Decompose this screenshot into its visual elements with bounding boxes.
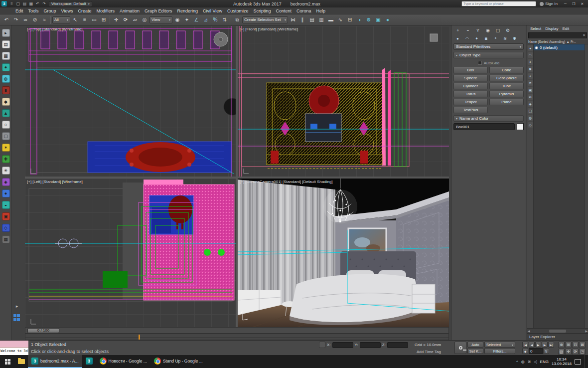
layout-tab-grid-icon[interactable] bbox=[13, 314, 20, 321]
save-file-icon[interactable]: ▦ bbox=[28, 1, 34, 7]
select-and-manipulate-icon[interactable]: ✦ bbox=[182, 15, 191, 24]
material-editor-icon[interactable]: ◑ bbox=[355, 15, 364, 24]
mirror-icon[interactable]: ⋈ bbox=[289, 15, 297, 24]
menu-item[interactable]: Help bbox=[313, 7, 328, 14]
moon-icon[interactable]: ◒ bbox=[2, 201, 10, 209]
crystal-icon[interactable]: ◇ bbox=[2, 224, 10, 232]
viewport-top[interactable]: [+] [Top] [Standard] [Wireframe] bbox=[25, 26, 236, 177]
autogrid-checkbox[interactable] bbox=[478, 61, 482, 65]
zoom-all-icon[interactable]: ⊞ bbox=[565, 342, 572, 348]
menu-item[interactable]: Rendering bbox=[175, 7, 201, 14]
shapes-icon[interactable]: ◠ bbox=[463, 35, 471, 42]
star-icon[interactable]: ✶ bbox=[2, 144, 10, 152]
language-indicator[interactable]: ENG bbox=[540, 360, 549, 364]
restore-button[interactable]: ❐ bbox=[570, 0, 578, 7]
menu-item[interactable]: Civil View bbox=[200, 7, 225, 14]
orbit-icon[interactable]: ⟳ bbox=[572, 349, 579, 355]
select-and-scale-icon[interactable]: ▱ bbox=[131, 15, 140, 24]
select-and-move-icon[interactable]: ✛ bbox=[112, 15, 121, 24]
listener-script-row[interactable]: Welcome to 3d bbox=[0, 348, 28, 356]
menu-item[interactable]: Modifiers bbox=[94, 7, 117, 14]
redo-icon[interactable]: ↷ bbox=[11, 15, 20, 24]
hierarchy-tab-icon[interactable]: Y bbox=[473, 26, 482, 34]
action-center-icon[interactable] bbox=[575, 359, 581, 365]
current-frame-field[interactable]: 0 bbox=[529, 348, 543, 354]
y-coordinate-field[interactable] bbox=[360, 342, 381, 348]
select-and-rotate-icon[interactable]: ⟳ bbox=[121, 15, 130, 24]
frozen-column-header[interactable]: Fr... bbox=[571, 40, 576, 43]
primitive-button[interactable]: Tube bbox=[489, 83, 524, 89]
menu-item[interactable]: Animation bbox=[117, 7, 142, 14]
menu-item[interactable]: Edit bbox=[13, 7, 26, 14]
open-file-icon[interactable]: ▤ bbox=[21, 1, 28, 7]
select-by-name-icon[interactable]: ≡ bbox=[80, 15, 89, 24]
window-crossing-icon[interactable]: ⊞ bbox=[99, 15, 108, 24]
display-objects-icon[interactable]: ◇ bbox=[528, 122, 533, 128]
transform-lock-icon[interactable] bbox=[319, 342, 325, 348]
viewport-perspective-label[interactable]: [+] [CoronaCamera001] [Standard] [Defaul… bbox=[240, 180, 333, 184]
key-mode-toggle[interactable]: ◆ bbox=[522, 348, 528, 354]
zoom-extents-all-icon[interactable]: ⊠ bbox=[579, 342, 586, 348]
display-groups-icon[interactable]: ▣ bbox=[528, 87, 533, 93]
next-frame-button[interactable]: ▶ bbox=[542, 342, 548, 348]
edit-named-selections-icon[interactable]: ⧉ bbox=[233, 15, 242, 24]
play-button[interactable]: ▶ bbox=[535, 342, 541, 348]
x-coordinate-field[interactable] bbox=[332, 342, 353, 348]
display-tab-icon[interactable]: ▢ bbox=[493, 26, 502, 34]
menu-item[interactable]: Corona bbox=[294, 7, 314, 14]
cone-icon[interactable]: ▲ bbox=[2, 109, 10, 117]
redo-icon[interactable]: ↷ bbox=[41, 1, 47, 7]
diamond-icon[interactable]: ◆ bbox=[2, 98, 10, 106]
explorer-menu-item[interactable]: Display bbox=[544, 26, 560, 31]
explorer-column-header[interactable]: Name (Sorted Ascending) ▲ Fr... bbox=[527, 39, 588, 44]
volume-icon[interactable]: ◁ bbox=[534, 360, 537, 364]
maximize-viewport-icon[interactable]: ◳ bbox=[579, 349, 586, 355]
primitive-button[interactable]: Torus bbox=[453, 91, 488, 97]
visibility-eye-icon[interactable]: ◉ bbox=[535, 45, 538, 50]
app-logo-icon[interactable]: 3 bbox=[1, 1, 7, 6]
toggle-layer-explorer-icon[interactable]: ▥ bbox=[317, 15, 326, 24]
menu-item[interactable]: Scripting bbox=[251, 7, 273, 14]
primitive-button[interactable]: Sphere bbox=[453, 75, 488, 81]
display-lights-icon[interactable]: ✦ bbox=[528, 59, 533, 65]
select-object-icon[interactable]: ↖ bbox=[71, 15, 80, 24]
spacewarps-icon[interactable]: ≋ bbox=[501, 35, 509, 42]
systems-icon[interactable]: ✱ bbox=[510, 35, 519, 42]
menu-item[interactable]: Graph Editors bbox=[142, 7, 175, 14]
display-xrefs-icon[interactable]: ⧉ bbox=[528, 94, 533, 100]
rendered-frame-icon[interactable]: ▣ bbox=[374, 15, 383, 24]
create-tab-icon[interactable]: + bbox=[453, 26, 462, 34]
zoom-extents-icon[interactable]: ⊡ bbox=[572, 342, 579, 348]
layer-explorer-titlebar[interactable]: Layer Explorer bbox=[527, 333, 588, 340]
geometry-icon[interactable]: ● bbox=[453, 35, 462, 42]
time-slider-handle[interactable]: 0 / 100 bbox=[27, 328, 59, 333]
zoom-region-icon[interactable]: ▧ bbox=[558, 349, 565, 355]
align-icon[interactable]: ∥ bbox=[298, 15, 307, 24]
primitive-button[interactable]: Cone bbox=[489, 67, 524, 73]
display-cameras-icon[interactable]: ◙ bbox=[528, 66, 533, 72]
display-bones-icon[interactable]: ◈ bbox=[528, 101, 533, 107]
object-type-rollout[interactable]: ▾ Object Type bbox=[453, 52, 524, 58]
zoom-icon[interactable]: ⊕ bbox=[558, 342, 565, 348]
viewport-perspective[interactable]: [+] [CoronaCamera001] [Standard] [Defaul… bbox=[238, 179, 449, 327]
rectangular-selection-icon[interactable]: ▭ bbox=[90, 15, 99, 24]
taskbar-3dsmax-secondary[interactable]: 3 bbox=[82, 355, 96, 368]
page-icon[interactable]: ▤ bbox=[2, 40, 10, 48]
explorer-horizontal-scrollbar[interactable]: ◀ ▶ bbox=[527, 328, 588, 333]
toggle-scene-explorer-icon[interactable]: ▤ bbox=[307, 15, 316, 24]
track-bar[interactable] bbox=[25, 334, 449, 340]
auto-key-button[interactable]: Auto bbox=[467, 342, 483, 348]
undo-icon[interactable]: ↶ bbox=[2, 15, 11, 24]
circle-icon[interactable]: ○ bbox=[2, 121, 10, 129]
workspace-dropdown[interactable]: Workspace: Default ▾ bbox=[49, 1, 92, 7]
add-time-tag[interactable]: Add Time Tag bbox=[417, 350, 441, 354]
arrow-icon[interactable]: ▸ bbox=[2, 29, 10, 37]
app-menu-icon[interactable]: ≡ bbox=[8, 1, 15, 7]
menu-item[interactable]: Tools bbox=[26, 7, 41, 14]
viewport-front[interactable]: [+] [Front] [Standard] [Wireframe] bbox=[238, 26, 449, 177]
primitive-button[interactable]: Plane bbox=[489, 99, 524, 105]
plus-icon[interactable]: ✚ bbox=[2, 155, 10, 163]
primitive-button[interactable]: Pyramid bbox=[489, 91, 524, 97]
clear-search-icon[interactable]: ✕ bbox=[583, 33, 586, 37]
toggle-ribbon-icon[interactable]: ▬ bbox=[326, 15, 335, 24]
